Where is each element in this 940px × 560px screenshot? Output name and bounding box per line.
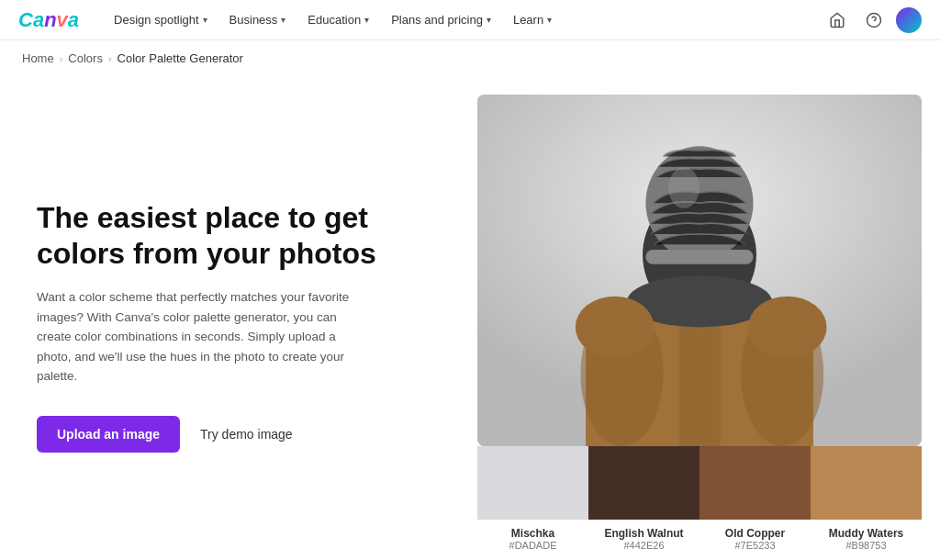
swatch-hex-3: #B98753 [845,540,886,551]
swatch-hex-1: #442E26 [623,540,664,551]
nav-item-learn[interactable]: Learn ▾ [504,7,561,32]
swatch-hex-0: #DADADE [509,540,557,551]
breadcrumb-colors[interactable]: Colors [68,51,103,65]
right-panel: Mischka #DADADE English Walnut #442E26 O… [477,76,940,558]
svg-point-17 [748,297,827,359]
try-demo-button[interactable]: Try demo image [196,416,297,453]
breadcrumb-sep-1: › [60,53,63,64]
nav-item-business[interactable]: Business ▾ [220,7,296,32]
demo-image [477,95,922,446]
chevron-icon-business: ▾ [281,15,285,25]
hero-description: Want a color scheme that perfectly match… [37,287,367,386]
nav-label-business: Business [229,13,278,27]
help-button[interactable] [859,6,889,35]
navigation: Canva Design spotlight ▾ Business ▾ Educ… [0,0,940,40]
photo-preview [477,95,922,446]
left-panel: The easiest place to get colors from you… [0,76,477,558]
swatch-3: Muddy Waters #B98753 [811,446,922,558]
home-icon [829,12,845,28]
swatch-name-2: Old Copper [725,527,785,540]
swatch-block-0 [477,446,588,520]
swatches-row: Mischka #DADADE English Walnut #442E26 O… [477,446,922,558]
help-icon [866,12,882,28]
nav-icons [822,6,922,35]
nav-label-education: Education [308,13,361,27]
nav-item-plans[interactable]: Plans and pricing ▾ [382,7,500,32]
nav-item-education[interactable]: Education ▾ [298,7,378,32]
svg-point-16 [576,297,655,359]
swatch-1: English Walnut #442E26 [588,446,699,558]
upload-image-button[interactable]: Upload an image [37,416,180,453]
swatch-block-3 [811,446,922,520]
swatch-0: Mischka #DADADE [477,446,588,558]
nav-item-design-spotlight[interactable]: Design spotlight ▾ [105,7,217,32]
chevron-icon-plans: ▾ [487,15,491,25]
nav-label-learn: Learn [513,13,543,27]
canva-logo[interactable]: Canva [18,8,79,32]
swatch-name-3: Muddy Waters [829,527,904,540]
main-content: The easiest place to get colors from you… [0,76,940,558]
user-avatar[interactable] [896,7,922,33]
breadcrumb: Home › Colors › Color Palette Generator [0,40,940,76]
nav-items: Design spotlight ▾ Business ▾ Education … [105,7,822,32]
hero-title: The easiest place to get colors from you… [37,200,441,271]
swatch-block-2 [699,446,811,520]
swatch-block-1 [588,446,699,520]
breadcrumb-home[interactable]: Home [22,51,54,65]
chevron-icon-design-spotlight: ▾ [203,15,207,25]
breadcrumb-sep-2: › [108,53,112,64]
home-button[interactable] [822,6,852,35]
svg-point-15 [668,167,699,208]
swatch-hex-2: #7E5233 [734,540,775,551]
swatch-2: Old Copper #7E5233 [699,446,811,558]
breadcrumb-current: Color Palette Generator [118,51,243,65]
swatch-name-0: Mischka [511,527,554,540]
swatch-name-1: English Walnut [604,527,683,540]
svg-rect-14 [645,250,753,264]
chevron-icon-education: ▾ [364,15,369,25]
cta-buttons: Upload an image Try demo image [37,416,441,453]
nav-label-design-spotlight: Design spotlight [114,13,199,27]
chevron-icon-learn: ▾ [547,15,552,25]
nav-label-plans: Plans and pricing [391,13,483,27]
